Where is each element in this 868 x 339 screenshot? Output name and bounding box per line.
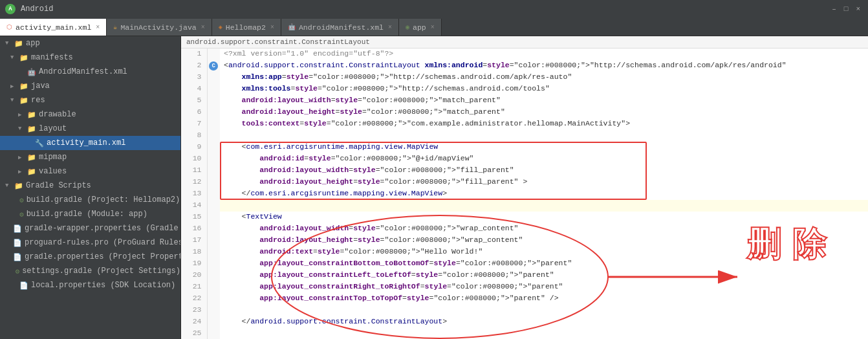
line-content[interactable]: xmlns:tools=style="color:#008000;">"http… [220, 83, 868, 95]
sidebar-item-androidmanifest[interactable]: ▶ 🤖 AndroidManifest.xml [0, 65, 180, 79]
line-number: 13 [181, 188, 207, 200]
arrow-app [5, 40, 12, 47]
manifest-file-icon: 🤖 [27, 68, 36, 76]
arrow-mipmap [18, 154, 25, 161]
proguard-icon: 📄 [13, 239, 22, 247]
tab-app[interactable]: ◉ app × [399, 19, 442, 36]
line-number: 23 [181, 305, 207, 316]
maximize-button[interactable]: □ [841, 5, 851, 13]
tab-label-mainactivity: MainActivity.java [120, 23, 196, 32]
line-number: 21 [181, 281, 207, 293]
line-content[interactable]: tools:context=style="color:#008000;">"co… [220, 118, 868, 130]
sidebar-item-gradle-scripts[interactable]: 📁 Gradle Scripts [0, 179, 180, 193]
close-button[interactable]: × [853, 5, 863, 13]
settings-gradle-icon: ⚙ [16, 267, 20, 276]
breadcrumb: android.support.constraint.ConstraintLay… [181, 36, 868, 49]
line-content[interactable]: app:layout_constraintLeft_toLeftOf=style… [220, 270, 868, 281]
line-content[interactable]: android:layout_height=style="color:#0080… [220, 235, 868, 246]
line-number: 18 [181, 246, 207, 258]
folder-icon-gradle: 📁 [14, 182, 23, 190]
sidebar-item-build-gradle-module[interactable]: ⚙ build.gradle (Module: app) [0, 207, 180, 221]
code-editor[interactable]: 1<?xml version="1.0" encoding="utf-8"?>2… [181, 49, 868, 339]
line-content[interactable] [220, 130, 868, 142]
tab-close-hellomap2[interactable]: × [270, 24, 274, 31]
sidebar-item-build-gradle-project[interactable]: ⚙ build.gradle (Project: Hellomap2) [0, 193, 180, 207]
sidebar-item-gradle-wrapper[interactable]: 📄 gradle-wrapper.properties (Gradle Vers… [0, 221, 180, 235]
line-content[interactable] [220, 305, 868, 316]
change-indicator: C [209, 61, 218, 71]
line-gutter [207, 212, 220, 223]
sidebar-label-gradle-wrapper: gradle-wrapper.properties (Gradle Versio… [25, 224, 181, 233]
tab-hellomap2[interactable]: ◈ Hellomap2 × [212, 19, 281, 36]
sidebar-item-java[interactable]: 📁 java [0, 79, 180, 93]
sidebar-item-res[interactable]: 📁 res [0, 93, 180, 107]
java-tab-icon: ☕ [113, 23, 117, 31]
window-controls[interactable]: – □ × [829, 5, 863, 13]
sidebar-label-proguard: proguard-rules.pro (ProGuard Rules for a… [25, 238, 181, 247]
sidebar-label-layout: layout [39, 124, 67, 133]
line-number: 5 [181, 95, 207, 107]
title-bar: A Android – □ × [0, 0, 868, 18]
tab-androidmanifest[interactable]: 🤖 AndroidManifest.xml × [281, 19, 399, 36]
sidebar-label-build-gradle-project: build.gradle (Project: Hellomap2) [27, 195, 180, 204]
arrow-manifests [10, 54, 17, 61]
sidebar-item-drawable[interactable]: 📁 drawable [0, 107, 180, 122]
line-content[interactable]: xmlns:app=style="color:#008000;">"http:/… [220, 72, 868, 83]
line-content[interactable]: app:layout_constraintRight_toRightOf=sty… [220, 281, 868, 293]
line-number: 16 [181, 223, 207, 235]
line-content[interactable]: android:layout_height=style="color:#0080… [220, 177, 868, 188]
minimize-button[interactable]: – [829, 5, 839, 13]
sidebar-item-app[interactable]: 📁 app [0, 36, 180, 50]
tab-mainactivity-java[interactable]: ☕ MainActivity.java × [107, 19, 212, 36]
sidebar-item-activity-main-xml[interactable]: 🔧 activity_main.xml [0, 136, 180, 150]
tab-close-androidmanifest[interactable]: × [388, 24, 392, 31]
tab-close-app[interactable]: × [431, 24, 435, 31]
line-content[interactable]: android:layout_width=style="color:#00800… [220, 223, 868, 235]
line-content[interactable] [220, 328, 868, 339]
line-content[interactable]: <?xml version="1.0" encoding="utf-8"?> [220, 49, 868, 60]
line-content[interactable]: app:layout_constraintTop_toTopOf=style="… [220, 293, 868, 305]
line-content[interactable]: android:layout_width=style="color:#00800… [220, 165, 868, 177]
tab-close-mainactivity[interactable]: × [201, 24, 205, 31]
folder-icon-drawable: 📁 [27, 111, 36, 119]
folder-icon-app: 📁 [14, 39, 23, 48]
line-content[interactable]: android:id=style="color:#008000;">"@+id/… [220, 153, 868, 165]
xml-tab-icon: ⬡ [6, 23, 12, 31]
line-gutter [207, 188, 220, 200]
app-title: Android [21, 5, 53, 14]
line-content[interactable]: </com.esri.arcgisruntime.mapping.view.Ma… [220, 188, 868, 200]
line-number: 19 [181, 258, 207, 270]
tab-activity-main-xml[interactable]: ⬡ activity_main.xml × [0, 19, 107, 36]
line-number: 22 [181, 293, 207, 305]
tab-label-app: app [413, 23, 426, 32]
line-number: 4 [181, 83, 207, 95]
line-number: 20 [181, 270, 207, 281]
line-number: 1 [181, 49, 207, 60]
sidebar-item-gradle-properties[interactable]: 📄 gradle.properties (Project Properties) [0, 250, 180, 264]
line-gutter [207, 246, 220, 258]
line-gutter [207, 235, 220, 246]
line-content[interactable]: <TextView [220, 212, 868, 223]
line-content[interactable]: <android.support.constraint.ConstraintLa… [220, 60, 868, 72]
sidebar-item-settings-gradle[interactable]: ⚙ settings.gradle (Project Settings) [0, 264, 180, 278]
line-content[interactable]: app:layout_constraintBottom_toBottomOf=s… [220, 258, 868, 270]
line-content[interactable]: android:text=style="color:#008000;">"Hel… [220, 246, 868, 258]
line-gutter [207, 281, 220, 293]
line-content[interactable]: android:layout_height=style="color:#0080… [220, 107, 868, 118]
sidebar-item-values[interactable]: 📁 values [0, 164, 180, 179]
line-number: 25 [181, 328, 207, 339]
line-content[interactable]: android:layout_width=style="color:#00800… [220, 95, 868, 107]
line-content[interactable]: </android.support.constraint.ConstraintL… [220, 316, 868, 328]
sidebar-item-mipmap[interactable]: 📁 mipmap [0, 150, 180, 164]
sidebar-item-proguard[interactable]: 📄 proguard-rules.pro (ProGuard Rules for… [0, 235, 180, 250]
tab-close-activity-main[interactable]: × [96, 24, 100, 31]
sidebar-item-local-properties[interactable]: 📄 local.properties (SDK Location) [0, 278, 180, 292]
sidebar-item-manifests[interactable]: 📁 manifests [0, 50, 180, 65]
gradle-project-icon: ⚙ [19, 196, 24, 204]
folder-icon-layout: 📁 [27, 125, 36, 133]
tab-label-activity-main: activity_main.xml [16, 23, 91, 32]
line-number: 17 [181, 235, 207, 246]
line-content[interactable]: <com.esri.arcgisruntime.mapping.view.Map… [220, 142, 868, 153]
line-content[interactable] [220, 200, 868, 212]
sidebar-item-layout[interactable]: 📁 layout [0, 122, 180, 136]
